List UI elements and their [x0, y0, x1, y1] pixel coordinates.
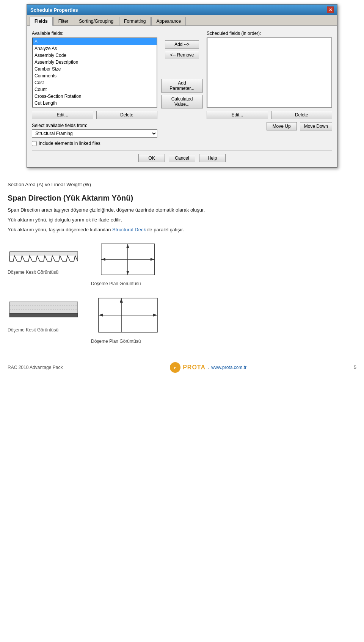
kesit-col-2: Döşeme Kesit Görüntüsü	[8, 294, 80, 345]
prota-logo-circle: P	[170, 362, 180, 373]
dialog-bottom-buttons: OK Cancel Help	[32, 151, 332, 162]
bottom-bar: RAC 2010 Advantage Pack P PROTA . www.pr…	[0, 359, 364, 376]
kesit-col-1: Döşeme Kesit Görüntüsü	[8, 240, 80, 287]
images-row-1: Döşeme Kesit Görüntüsü Döşeme Plan Gö	[8, 240, 356, 287]
tab-sorting-grouping[interactable]: Sorting/Grouping	[74, 17, 118, 25]
prota-logo-icon: P	[172, 364, 179, 371]
move-down-button[interactable]: Move Down	[300, 122, 332, 130]
left-panel: Available fields: AAnalyze AsAssembly Co…	[32, 31, 157, 146]
select-from-dropdown[interactable]: Structural Framing	[32, 129, 157, 138]
calculated-value-button[interactable]: Calculated Value...	[161, 95, 203, 108]
paragraph-1: Span Direction aracı taşıyıcı döşeme çiz…	[8, 206, 356, 214]
right-panel: Scheduled fields (in order): Edit... Del…	[207, 31, 332, 146]
kesit-label-1: Döşeme Kesit Görüntüsü	[8, 269, 58, 276]
tab-fields[interactable]: Fields	[30, 17, 53, 26]
para1-text: Span Direction aracı taşıyıcı döşeme çiz…	[8, 207, 205, 213]
deck-cross-section-svg-2	[8, 294, 80, 325]
svg-marker-7	[126, 271, 129, 275]
dialog-title: Schedule Properties	[30, 7, 78, 13]
remove-button[interactable]: <-- Remove	[165, 51, 199, 59]
plan-col-1: Döşeme Plan Görüntüsü	[91, 240, 163, 287]
deck-cross-section-svg-1	[8, 240, 80, 267]
add-button[interactable]: Add -->	[165, 40, 199, 49]
fields-layout: Available fields: AAnalyze AsAssembly Co…	[32, 31, 332, 146]
listbox-item[interactable]: Assembly Code	[33, 52, 157, 59]
left-delete-button[interactable]: Delete	[96, 111, 158, 119]
prota-brand-text: PROTA	[183, 364, 206, 371]
left-edit-delete-row: Edit... Delete	[32, 111, 157, 119]
include-linked-row: Include elements in linked files	[32, 141, 157, 146]
structural-deck-link[interactable]: Structural Deck	[112, 227, 146, 232]
listbox-item[interactable]: A	[33, 38, 157, 45]
include-linked-label: Include elements in linked files	[39, 141, 100, 146]
para3-suffix: ile paralel çalışır.	[146, 227, 184, 232]
scheduled-fields-listbox[interactable]	[207, 38, 332, 108]
tab-formatting[interactable]: Formatting	[119, 17, 151, 25]
add-parameter-button[interactable]: Add Parameter...	[161, 79, 203, 93]
plan-label-1: Döşeme Plan Görüntüsü	[91, 280, 141, 287]
dialog-wrapper: Schedule Properties ✕ Fields Filter Sort…	[0, 0, 364, 175]
svg-marker-6	[126, 244, 129, 248]
middle-panel: Add --> <-- Remove Add Parameter... Calc…	[161, 31, 203, 146]
move-up-button[interactable]: Move Up	[267, 122, 297, 130]
left-edit-button[interactable]: Edit...	[32, 111, 93, 119]
select-from-label: Select available fields from:	[32, 123, 157, 128]
product-label: RAC 2010 Advantage Pack	[8, 365, 63, 370]
available-fields-listbox[interactable]: AAnalyze AsAssembly CodeAssembly Descrip…	[32, 38, 157, 108]
svg-marker-20	[153, 314, 157, 317]
schedule-properties-dialog: Schedule Properties ✕ Fields Filter Sort…	[27, 4, 337, 168]
svg-rect-11	[9, 302, 78, 313]
dialog-close-button[interactable]: ✕	[327, 6, 334, 13]
select-from-row: Select available fields from: Structural…	[32, 123, 157, 138]
include-linked-checkbox[interactable]	[32, 141, 37, 146]
listbox-item[interactable]: Cost	[33, 79, 157, 86]
svg-marker-10	[151, 258, 155, 261]
listbox-item[interactable]: Description	[33, 107, 157, 108]
svg-marker-19	[99, 314, 103, 317]
scheduled-fields-label: Scheduled fields (in order):	[207, 31, 332, 36]
svg-rect-12	[9, 313, 78, 317]
svg-text:P: P	[174, 366, 177, 370]
right-delete-button[interactable]: Delete	[271, 111, 333, 119]
help-button[interactable]: Help	[199, 154, 226, 162]
plan-view-svg-2	[91, 294, 163, 336]
kesit-label-2: Döşeme Kesit Görüntüsü	[8, 326, 58, 334]
listbox-item[interactable]: Camber Size	[33, 66, 157, 72]
paragraph-3: Yük aktarım yönü, taşıyıcı döşemede kull…	[8, 226, 356, 234]
page-number: 5	[354, 364, 356, 370]
dialog-titlebar: Schedule Properties ✕	[27, 5, 337, 15]
page-content: Section Area (A) ve Linear Weight (W) Sp…	[0, 175, 364, 355]
tab-appearance[interactable]: Appearance	[151, 17, 186, 25]
svg-marker-17	[120, 298, 123, 303]
plan-col-2: Döşeme Plan Görüntüsü	[91, 294, 163, 345]
svg-marker-9	[101, 258, 105, 261]
svg-rect-3	[9, 252, 78, 256]
prota-logo: P PROTA . www.prota.com.tr	[170, 362, 246, 373]
cancel-button[interactable]: Cancel	[169, 154, 195, 162]
listbox-item[interactable]: Assembly Description	[33, 59, 157, 66]
plan-label-2: Döşeme Plan Görüntüsü	[91, 338, 141, 345]
ok-button[interactable]: OK	[138, 154, 165, 162]
images-row-2: Döşeme Kesit Görüntüsü Döşeme Plan Görün…	[8, 294, 356, 345]
paragraph-2: Yük aktarım yönü, içi dolgulu yarım ok i…	[8, 216, 356, 224]
right-edit-button[interactable]: Edit...	[207, 111, 268, 119]
listbox-item[interactable]: Analyze As	[33, 45, 157, 52]
listbox-item[interactable]: Count	[33, 86, 157, 93]
plan-view-svg-1	[91, 240, 163, 278]
para3-prefix: Yük aktarım yönü, taşıyıcı döşemede kull…	[8, 227, 112, 232]
listbox-item[interactable]: Comments	[33, 72, 157, 79]
prota-url: www.prota.com.tr	[211, 365, 246, 370]
available-fields-label: Available fields:	[32, 31, 157, 36]
move-buttons-row: Move Up Move Down	[207, 122, 332, 130]
main-title: Span Direction (Yük Aktarım Yönü)	[8, 192, 356, 204]
right-edit-delete-row: Edit... Delete	[207, 111, 332, 119]
listbox-item[interactable]: Cross-Section Rotation	[33, 93, 157, 100]
dialog-body: Available fields: AAnalyze AsAssembly Co…	[27, 26, 337, 167]
section-header: Section Area (A) ve Linear Weight (W)	[8, 181, 356, 189]
dialog-tabs: Fields Filter Sorting/Grouping Formattin…	[27, 15, 337, 26]
para2-text: Yük aktarım yönü, içi dolgulu yarım ok i…	[8, 217, 122, 223]
listbox-item[interactable]: Cut Length	[33, 100, 157, 107]
tab-filter[interactable]: Filter	[53, 17, 74, 25]
